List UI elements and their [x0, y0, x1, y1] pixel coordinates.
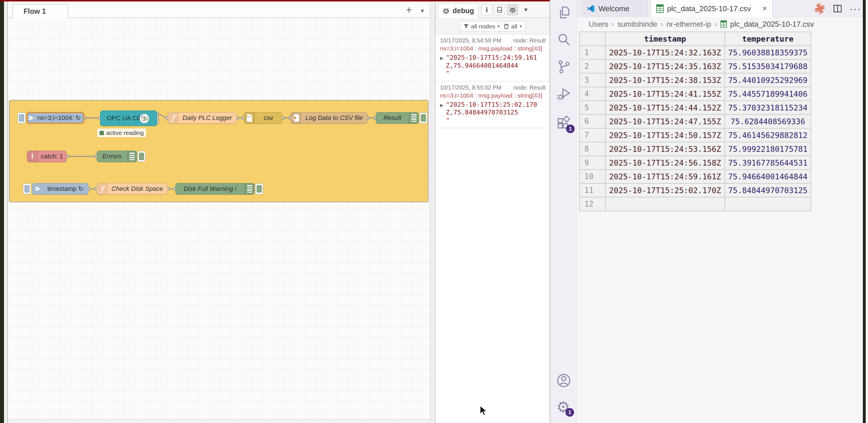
- breadcrumb-item[interactable]: plc_data_2025-10-17.csv: [730, 20, 814, 29]
- canvas-vscrollbar[interactable]: [430, 1, 435, 423]
- extensions-icon[interactable]: 1: [556, 116, 571, 130]
- temperature-cell[interactable]: 75.44557189941406: [725, 87, 811, 101]
- node-daily-plc-logger[interactable]: ƒ Daily PLC Logger: [167, 112, 237, 124]
- debug-clear-button[interactable]: all ▾: [501, 21, 525, 31]
- node-opcua-client[interactable]: OPC UA Client: [100, 110, 157, 126]
- timestamp-cell[interactable]: 2025-10-17T15:24:41.155Z: [606, 87, 725, 101]
- temperature-cell[interactable]: 75.99922180175781: [725, 142, 811, 156]
- temperature-cell[interactable]: 75.6284408569336: [725, 115, 811, 128]
- table-row[interactable]: 62025-10-17T15:24:47.155Z75.628440856933…: [580, 115, 811, 128]
- mouse-cursor: [479, 405, 489, 417]
- chevron-right-icon: ›: [612, 20, 614, 28]
- timestamp-cell[interactable]: 2025-10-17T15:24:38.153Z: [606, 73, 725, 87]
- explorer-icon[interactable]: [556, 5, 571, 20]
- tab-welcome[interactable]: Welcome: [581, 0, 648, 17]
- timestamp-cell[interactable]: 2025-10-17T15:24:44.152Z: [606, 101, 725, 115]
- breadcrumb-item[interactable]: Users: [589, 20, 608, 29]
- temperature-cell[interactable]: 75.37032318115234: [725, 101, 811, 115]
- flow-canvas[interactable]: ns=3;i=1004: ↻ OPC UA Client active read…: [8, 18, 430, 419]
- message-source[interactable]: node: Result: [514, 85, 546, 91]
- tab-label: Welcome: [598, 4, 629, 13]
- canvas-hscrollbar[interactable]: [4, 419, 430, 423]
- temperature-cell[interactable]: [725, 197, 811, 211]
- node-disk-warning[interactable]: Disk Full Warning !: [175, 183, 255, 195]
- timestamp-cell[interactable]: 2025-10-17T15:25:02.170Z: [606, 183, 725, 197]
- palette-edge: [4, 1, 8, 423]
- table-row[interactable]: 112025-10-17T15:25:02.170Z75.84844970703…: [580, 183, 811, 197]
- table-row[interactable]: 32025-10-17T15:24:38.153Z75.440109252929…: [580, 73, 811, 87]
- node-csv[interactable]: 1,2 csv: [244, 112, 282, 124]
- timestamp-cell[interactable]: 2025-10-17T15:24:32.163Z: [606, 45, 725, 59]
- node-errors[interactable]: Errrors: [97, 151, 137, 162]
- inject-button[interactable]: [23, 183, 31, 194]
- tab-csv-file[interactable]: plc_data_2025-10-17.csv ×: [651, 0, 772, 17]
- table-row[interactable]: 12025-10-17T15:24:32.163Z75.960388183593…: [580, 45, 811, 59]
- node-label: Disk Full Warning !: [176, 185, 245, 193]
- add-flow-button[interactable]: +: [406, 5, 412, 14]
- table-row[interactable]: 82025-10-17T15:24:53.156Z75.999221801757…: [580, 142, 811, 156]
- table-row[interactable]: 72025-10-17T15:24:50.157Z75.461456298828…: [580, 128, 811, 142]
- debug-toggle-button[interactable]: [255, 183, 263, 194]
- timestamp-cell[interactable]: [606, 197, 725, 211]
- temperature-cell[interactable]: 75.96038818359375: [725, 45, 811, 59]
- assistant-starburst-icon[interactable]: [813, 2, 826, 15]
- search-icon[interactable]: [556, 32, 571, 47]
- debug-filter-button[interactable]: all nodes ▾: [460, 21, 503, 31]
- node-inject-opcua[interactable]: ns=3;i=1004: ↻: [27, 112, 84, 124]
- timestamp-cell[interactable]: 2025-10-17T15:24:56.158Z: [606, 156, 725, 170]
- message-source[interactable]: node: Result: [514, 37, 546, 44]
- debug-tab-label: debug: [453, 7, 474, 15]
- timestamp-cell[interactable]: 2025-10-17T15:24:53.156Z: [606, 142, 725, 156]
- account-icon[interactable]: [556, 373, 571, 388]
- more-actions-icon[interactable]: ···: [849, 2, 862, 15]
- node-catch[interactable]: ! catch: 1: [27, 151, 67, 162]
- help-sidebar-button[interactable]: [494, 4, 505, 15]
- temperature-cell[interactable]: 75.44010925292969: [725, 73, 811, 87]
- debug-toggle-button[interactable]: [420, 112, 427, 123]
- inject-button[interactable]: [18, 112, 26, 123]
- timestamp-cell[interactable]: 2025-10-17T15:24:47.155Z: [606, 115, 725, 128]
- debug-toggle-inner: [257, 185, 262, 193]
- run-debug-icon[interactable]: [556, 86, 571, 101]
- temperature-cell[interactable]: 75.51535034179688: [725, 59, 811, 73]
- split-editor-icon[interactable]: [831, 2, 844, 15]
- table-row[interactable]: 12: [580, 197, 811, 211]
- timestamp-cell[interactable]: 2025-10-17T15:24:35.163Z: [606, 59, 725, 73]
- caret-down-icon: ▾: [497, 24, 500, 29]
- debug-sidebar-button[interactable]: [507, 4, 518, 15]
- timestamp-cell[interactable]: 2025-10-17T15:24:50.157Z: [606, 128, 725, 142]
- node-log-to-csv[interactable]: Log Data to CSV file: [290, 112, 367, 124]
- node-check-disk[interactable]: ƒ Check Disk Space: [97, 183, 167, 195]
- debug-toggle-button[interactable]: [137, 151, 146, 162]
- flow-tab[interactable]: Flow 1: [12, 4, 68, 18]
- node-inject-timestamp[interactable]: timestamp ↻: [32, 183, 88, 195]
- temperature-cell[interactable]: 75.84844970703125: [725, 183, 811, 197]
- temperature-cell[interactable]: 75.46145629882812: [725, 128, 811, 142]
- table-row[interactable]: 92025-10-17T15:24:56.158Z75.391677856445…: [580, 156, 811, 170]
- column-header[interactable]: timestamp: [606, 32, 725, 45]
- table-row[interactable]: 42025-10-17T15:24:41.155Z75.445571899414…: [580, 87, 811, 101]
- node-result[interactable]: Result: [376, 112, 419, 124]
- expand-toggle[interactable]: ▶: [440, 54, 443, 77]
- expand-toggle[interactable]: ▶: [440, 101, 443, 125]
- function-icon: ƒ: [97, 183, 107, 194]
- timestamp-cell[interactable]: 2025-10-17T15:24:59.161Z: [606, 170, 725, 183]
- table-row[interactable]: 22025-10-17T15:24:35.163Z75.515350341796…: [580, 59, 811, 73]
- breadcrumb-item[interactable]: nr-ethernet-ip: [666, 20, 711, 29]
- table-row[interactable]: 102025-10-17T15:24:59.161Z75.94664001464…: [580, 170, 811, 183]
- flow-list-button[interactable]: ▾: [421, 7, 424, 14]
- debug-message-list: 10/17/2025, 8:54:59 PM node: Result ns=3…: [435, 34, 550, 423]
- breadcrumb-item[interactable]: sumitshinde: [617, 20, 657, 29]
- debug-tab[interactable]: debug: [438, 3, 478, 18]
- table-row[interactable]: 52025-10-17T15:24:44.152Z75.370323181152…: [580, 101, 811, 115]
- message-path: ns=3;i=1004 : msg.payload : string[43]: [440, 45, 546, 52]
- column-header[interactable]: temperature: [725, 32, 811, 45]
- close-tab-icon[interactable]: ×: [763, 4, 767, 13]
- info-sidebar-button[interactable]: i: [482, 4, 492, 15]
- right-screen-edge: [863, 0, 866, 423]
- sidebar-menu-button[interactable]: ▾: [522, 4, 530, 15]
- settings-gear-icon[interactable]: ⚙ 1: [556, 399, 571, 414]
- source-control-icon[interactable]: [556, 59, 571, 74]
- temperature-cell[interactable]: 75.94664001464844: [725, 170, 811, 183]
- temperature-cell[interactable]: 75.39167785644531: [725, 156, 811, 170]
